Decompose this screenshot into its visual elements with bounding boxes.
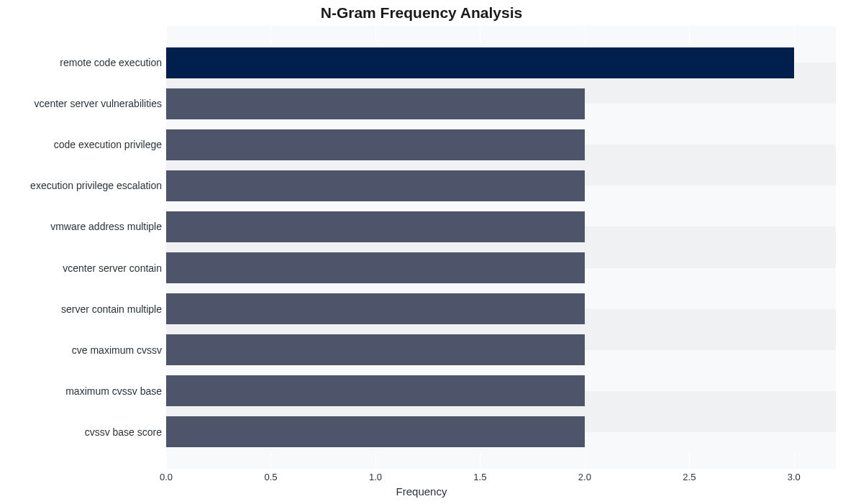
x-tick-label: 3.0 xyxy=(788,472,801,482)
bar xyxy=(166,416,585,447)
y-tick-label: code execution privilege xyxy=(0,139,162,150)
y-tick-label: maximum cvssv base xyxy=(0,386,162,396)
y-tick-label: remote code execution xyxy=(0,58,162,68)
bar xyxy=(166,334,585,365)
y-tick-label: execution privilege escalation xyxy=(0,180,162,191)
x-tick-label: 1.0 xyxy=(369,472,382,482)
x-tick-label: 2.5 xyxy=(683,472,696,482)
x-tick-label: 1.5 xyxy=(473,472,486,482)
bar xyxy=(166,211,585,242)
bar xyxy=(166,375,585,406)
bar xyxy=(166,170,585,201)
chart-container: N-Gram Frequency Analysis Frequency remo… xyxy=(0,0,843,504)
bar xyxy=(166,47,794,78)
x-tick-label: 0.0 xyxy=(160,472,173,482)
bar xyxy=(166,293,585,324)
bar xyxy=(166,129,585,160)
x-axis-label: Frequency xyxy=(0,485,843,498)
bar xyxy=(166,252,585,283)
y-tick-label: cvssv base score xyxy=(0,427,162,437)
y-tick-label: vcenter server vulnerabilities xyxy=(0,98,162,109)
chart-title: N-Gram Frequency Analysis xyxy=(0,4,843,22)
x-tick-label: 0.5 xyxy=(264,472,277,482)
x-tick-label: 2.0 xyxy=(578,472,591,482)
bar xyxy=(166,88,585,119)
plot-area xyxy=(166,26,836,469)
y-tick-label: cve maximum cvssv xyxy=(0,345,162,355)
y-tick-label: vmware address multiple xyxy=(0,221,162,232)
y-tick-label: vcenter server contain xyxy=(0,263,162,273)
y-tick-label: server contain multiple xyxy=(0,304,162,314)
